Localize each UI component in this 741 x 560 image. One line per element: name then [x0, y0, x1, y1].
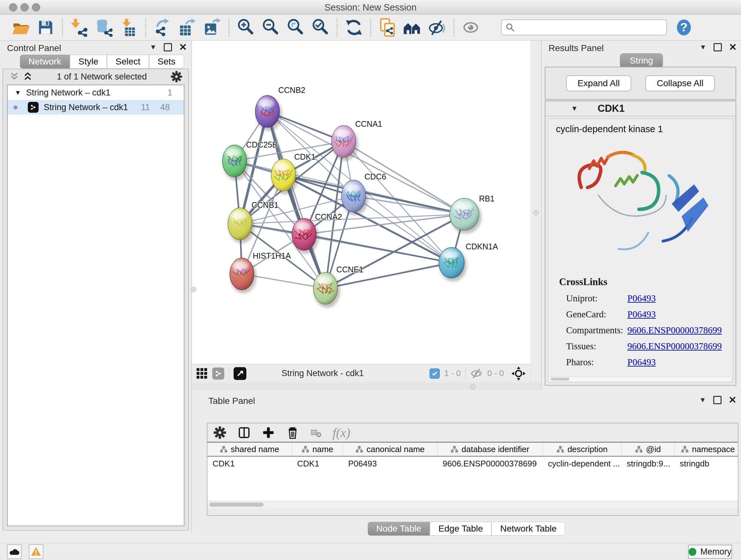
expand-all-button[interactable]: Expand All — [566, 75, 631, 91]
table-cell[interactable]: stringdb:9... — [622, 456, 675, 471]
control-panel-tabs: NetworkStyleSelectSets — [20, 55, 184, 69]
table-cell[interactable]: stringdb — [675, 456, 738, 471]
import-table-file-button[interactable] — [117, 17, 141, 38]
tab-network-table[interactable]: Network Table — [491, 522, 565, 536]
crosslink-link[interactable]: P06493 — [627, 357, 656, 368]
zoom-out-button[interactable] — [258, 17, 283, 38]
save-session-button[interactable] — [33, 17, 58, 38]
selected-checkbox[interactable] — [429, 368, 440, 379]
show-columns-icon[interactable] — [238, 426, 251, 439]
table-cell[interactable]: P06493 — [343, 456, 437, 471]
results-panel-float-icon[interactable]: ▼ — [699, 43, 706, 52]
table-cell[interactable]: CDK1 — [207, 456, 292, 471]
network-node-CCNA1[interactable]: CCNA1 — [332, 119, 382, 161]
network-node-CDC25B[interactable]: CDC25B — [222, 140, 278, 180]
string-style-icon[interactable] — [212, 368, 224, 380]
crosslink-link[interactable]: P06493 — [627, 293, 656, 304]
cloud-button[interactable] — [7, 544, 22, 559]
control-panel-float-icon[interactable]: ▼ — [150, 43, 157, 52]
results-scrollbar[interactable] — [550, 377, 731, 381]
table-cell[interactable]: 9606.ENSP00000378699 — [437, 456, 543, 471]
export-network-button[interactable] — [150, 17, 175, 38]
memory-button[interactable]: Memory — [688, 545, 732, 559]
tab-network[interactable]: Network — [20, 55, 70, 69]
control-panel-close-icon[interactable]: ✕ — [179, 43, 187, 52]
open-session-button[interactable] — [8, 17, 33, 38]
collapse-entry-icon[interactable]: ▼ — [571, 104, 578, 113]
network-node-HIST1H1A[interactable]: HIST1H1A — [230, 251, 291, 294]
gear-icon[interactable] — [171, 71, 183, 83]
level-of-detail-button[interactable] — [400, 17, 425, 38]
crosslink-link[interactable]: P06493 — [627, 309, 656, 320]
help-button[interactable]: ? — [671, 17, 696, 38]
tab-select[interactable]: Select — [107, 55, 149, 69]
hidden-eye-icon[interactable] — [470, 368, 483, 379]
node-details-header[interactable]: ▼ CDK1 — [545, 101, 736, 116]
import-network-database-button[interactable] — [91, 17, 117, 38]
column-header-description[interactable]: description — [543, 442, 622, 456]
control-panel-maximize-icon[interactable] — [164, 43, 172, 51]
string-app-icon — [28, 102, 39, 113]
results-panel-title: Results Panel — [549, 43, 604, 53]
column-header-namespace[interactable]: namespace — [675, 442, 738, 456]
search-input[interactable] — [518, 22, 663, 33]
zoom-in-button[interactable] — [233, 17, 258, 38]
tab-sets[interactable]: Sets — [149, 55, 184, 69]
hide-graphics-button[interactable] — [425, 17, 450, 38]
results-panel-close-icon[interactable]: ✕ — [729, 43, 737, 52]
zoom-selected-button[interactable] — [308, 17, 333, 38]
collapse-all-button[interactable]: Collapse All — [645, 75, 715, 91]
grid-view-icon[interactable] — [196, 368, 208, 379]
column-header-name[interactable]: name — [292, 442, 343, 456]
table-cell[interactable]: CDK1 — [292, 456, 343, 471]
tab-node-table[interactable]: Node Table — [367, 522, 430, 536]
column-header-shared-name[interactable]: shared name — [207, 442, 292, 456]
birds-eye-view-icon[interactable] — [233, 367, 246, 380]
network-row[interactable]: String Network – cdk1 11 48 — [8, 100, 184, 115]
vertical-splitter-handle[interactable] — [533, 210, 539, 215]
crosslink-link[interactable]: 9606.ENSP00000378699 — [627, 341, 722, 352]
add-column-icon[interactable] — [262, 426, 275, 439]
horizontal-splitter-handle[interactable] — [470, 384, 475, 389]
table-cell[interactable]: cyclin-dependent ... — [543, 456, 622, 471]
refresh-view-button[interactable] — [341, 17, 366, 38]
results-panel-maximize-icon[interactable] — [714, 43, 722, 51]
network-node-CCNB1[interactable]: CCNB1 — [228, 200, 279, 243]
table-row[interactable]: CDK1CDK1P064939606.ENSP00000378699cyclin… — [207, 456, 738, 471]
column-header-canonical-name[interactable]: canonical name — [343, 442, 437, 456]
delete-column-icon[interactable] — [286, 426, 299, 439]
column-header-@id[interactable]: @id — [622, 442, 675, 456]
toolbar-search[interactable] — [501, 19, 667, 36]
tab-style[interactable]: Style — [70, 55, 107, 69]
function-builder-icon[interactable]: f(x) — [333, 425, 350, 440]
column-header-database-identifier[interactable]: database identifier — [437, 442, 543, 456]
show-graphics-button[interactable] — [458, 17, 483, 38]
left-splitter-handle[interactable] — [191, 287, 196, 292]
duplicate-network-button[interactable] — [375, 17, 400, 38]
network-edge-CCNA2-CDKN1A[interactable] — [304, 234, 452, 263]
expand-all-chevrons-icon[interactable] — [22, 72, 33, 81]
crosslink-link[interactable]: 9606.ENSP00000378699 — [627, 325, 722, 335]
delete-table-icon[interactable] — [310, 427, 322, 438]
network-node-CDC6[interactable]: CDC6 — [341, 172, 386, 215]
table-panel-close-icon[interactable]: ✕ — [729, 395, 737, 405]
table-gear-icon[interactable] — [213, 426, 226, 439]
network-collection-row[interactable]: ▼ String Network – cdk1 1 — [8, 85, 184, 100]
import-network-file-button[interactable] — [67, 17, 91, 38]
center-view-icon[interactable] — [512, 367, 526, 381]
export-table-button[interactable] — [175, 17, 200, 38]
zoom-fit-button[interactable] — [283, 17, 308, 38]
network-canvas[interactable]: CCNB2CCNA1CDC25BCDK1CDC6RB1CCNB1CCNA2CDK… — [192, 41, 531, 364]
network-node-RB1[interactable]: RB1 — [450, 194, 495, 234]
tab-string[interactable]: String — [620, 53, 663, 68]
collapse-all-chevrons-icon[interactable] — [9, 72, 20, 81]
network-node-CCNE1[interactable]: CCNE1 — [313, 265, 363, 308]
tab-edge-table[interactable]: Edge Table — [430, 522, 492, 536]
tree-expand-icon[interactable]: ▼ — [15, 89, 21, 97]
table-panel-maximize-icon[interactable] — [713, 396, 722, 404]
export-image-button[interactable] — [200, 17, 225, 38]
warning-button[interactable] — [29, 544, 44, 559]
table-panel-float-icon[interactable]: ▼ — [699, 395, 706, 405]
network-node-CDKN1A[interactable]: CDKN1A — [439, 242, 498, 282]
table-hscrollbar[interactable] — [207, 501, 738, 508]
